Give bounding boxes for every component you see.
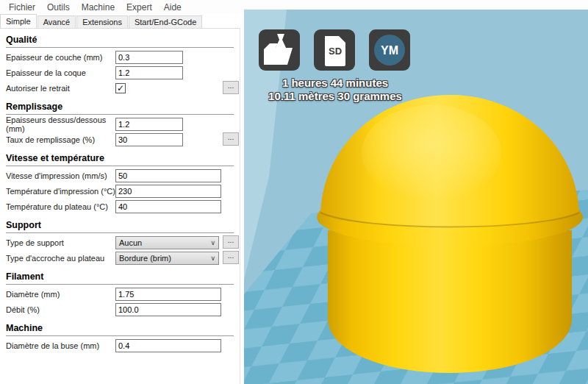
flow-input[interactable] <box>115 303 221 316</box>
filament-diameter-input[interactable] <box>115 288 221 301</box>
field-label: Vitesse d'impression (mm/s) <box>6 171 115 180</box>
print-material-estimate: 10.11 mètres 30 grammes <box>247 90 423 103</box>
sd-card-icon: SD <box>325 36 345 66</box>
model-dome-highlight <box>362 105 501 201</box>
row-temperature-plateau: Température du plateau (°C) <box>6 199 234 214</box>
menu-fichier[interactable]: Fichier <box>3 1 41 13</box>
row-diametre-filament: Diamètre (mm) <box>6 286 234 302</box>
model-3d[interactable] <box>317 95 583 373</box>
viewport-3d[interactable]: SD YM 1 heures 44 minutes 10.11 mètres 3… <box>244 10 588 384</box>
chevron-down-icon: ∨ <box>210 239 215 246</box>
section-filament: Filament <box>6 271 234 285</box>
field-label: Température du plateau (°C) <box>6 202 115 211</box>
tab-simple[interactable]: Simple <box>0 14 37 28</box>
field-label: Diamètre (mm) <box>6 290 115 299</box>
cura-window: Fichier Outils Machine Expert Aide Simpl… <box>0 0 588 384</box>
bed-temperature-input[interactable] <box>115 200 221 213</box>
support-type-select[interactable]: Aucun ∨ <box>115 236 219 249</box>
section-support: Support <box>6 220 234 233</box>
load-model-button[interactable] <box>259 29 300 71</box>
section-remplissage: Remplissage <box>6 102 234 115</box>
field-label: Taux de remplissage (%) <box>6 135 115 144</box>
row-taux-remplissage: Taux de remplissage (%) ... <box>6 132 234 147</box>
section-qualite: Qualité <box>6 35 234 48</box>
svg-text:YM: YM <box>381 44 398 57</box>
tab-bar: Simple Avancé Extensions Start/End-GCode <box>0 14 203 28</box>
print-speed-input[interactable] <box>115 169 221 182</box>
field-label: Autoriser le retrait <box>6 84 115 93</box>
share-youmagine-button[interactable]: YM <box>369 29 410 71</box>
settings-panel: Qualité Epaisseur de couche (mm) Epaisse… <box>0 28 240 384</box>
field-label: Type de support <box>6 238 115 247</box>
field-label: Epaisseurs dessus/dessous (mm) <box>6 115 115 133</box>
print-time-estimate: 1 heures 44 minutes <box>247 77 423 90</box>
field-label: Température d'impression (°C) <box>6 187 115 196</box>
row-diametre-buse: Diamètre de la buse (mm) <box>6 338 234 353</box>
shell-thickness-input[interactable] <box>115 66 183 79</box>
field-label: Débit (%) <box>6 305 115 314</box>
tab-extensions[interactable]: Extensions <box>76 15 128 28</box>
load-model-icon <box>264 34 293 65</box>
layer-height-input[interactable] <box>115 51 183 64</box>
field-label: Epaisseur de la coque <box>6 68 115 77</box>
section-vitesse-temperature: Vitesse et température <box>6 153 234 166</box>
menu-machine[interactable]: Machine <box>76 1 121 13</box>
youmagine-icon: YM <box>374 35 405 65</box>
print-temperature-input[interactable] <box>115 185 221 198</box>
section-machine: Machine <box>6 323 234 336</box>
field-label: Type d'accroche au plateau <box>6 254 115 263</box>
retraction-more-button[interactable]: ... <box>223 81 239 94</box>
print-estimates: 1 heures 44 minutes 10.11 mètres 30 gram… <box>247 77 423 103</box>
row-debit: Débit (%) <box>6 302 234 317</box>
menu-aide[interactable]: Aide <box>158 1 187 13</box>
model-cylinder-body <box>328 230 572 373</box>
field-label: Diamètre de la buse (mm) <box>6 341 115 350</box>
fill-density-input[interactable] <box>115 133 183 146</box>
row-epaisseur-couche: Epaisseur de couche (mm) <box>6 49 234 65</box>
row-epaisseur-coque: Epaisseur de la coque <box>6 65 234 80</box>
row-temperature-impression: Température d'impression (°C) <box>6 183 234 199</box>
platform-adhesion-select[interactable]: Bordure (brim) ∨ <box>115 252 219 265</box>
support-more-button[interactable]: ... <box>223 235 239 249</box>
adhesion-more-button[interactable]: ... <box>223 251 239 264</box>
top-bottom-thickness-input[interactable] <box>115 118 183 131</box>
row-vitesse-impression: Vitesse d'impression (mm/s) <box>6 168 234 183</box>
support-type-value: Aucun <box>119 238 142 247</box>
save-toolpath-sd-button[interactable]: SD <box>314 29 355 71</box>
chevron-down-icon: ∨ <box>210 255 215 262</box>
tab-start-end-gcode[interactable]: Start/End-GCode <box>129 15 202 28</box>
row-autoriser-retrait: Autoriser le retrait ✓ ... <box>6 80 234 96</box>
menu-outils[interactable]: Outils <box>41 1 76 13</box>
svg-text:SD: SD <box>329 46 342 57</box>
row-type-support: Type de support Aucun ∨ ... <box>6 235 234 250</box>
nozzle-size-input[interactable] <box>115 339 221 352</box>
row-accroche-plateau: Type d'accroche au plateau Bordure (brim… <box>6 250 234 266</box>
fill-density-more-button[interactable]: ... <box>223 132 239 146</box>
menu-expert[interactable]: Expert <box>121 1 158 13</box>
row-dessus-dessous: Epaisseurs dessus/dessous (mm) <box>6 116 234 132</box>
tab-avance[interactable]: Avancé <box>37 15 76 28</box>
platform-adhesion-value: Bordure (brim) <box>119 254 171 263</box>
retraction-checkbox[interactable]: ✓ <box>115 83 126 93</box>
field-label: Epaisseur de couche (mm) <box>6 53 115 62</box>
